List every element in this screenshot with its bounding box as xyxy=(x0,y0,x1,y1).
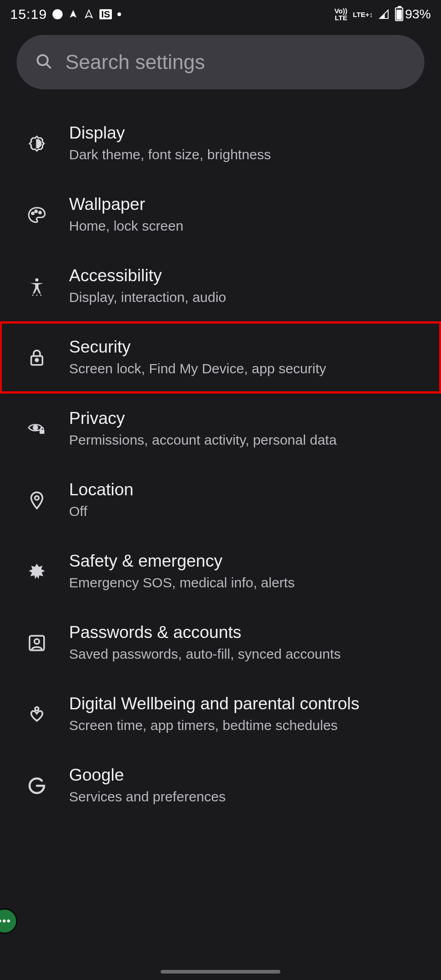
row-title: Digital Wellbeing and parental controls xyxy=(69,694,432,713)
row-subtitle: Display, interaction, audio xyxy=(69,288,432,306)
status-more-dot-icon xyxy=(117,12,121,16)
svg-point-4 xyxy=(39,211,41,214)
nav-handle[interactable] xyxy=(161,970,280,974)
battery-indicator: 93% xyxy=(395,7,431,22)
settings-row-wallpaper[interactable]: Wallpaper Home, lock screen xyxy=(0,179,441,250)
search-settings-input[interactable]: Search settings xyxy=(17,35,424,89)
row-title: Privacy xyxy=(69,409,432,428)
row-subtitle: Screen lock, Find My Device, app securit… xyxy=(69,360,432,377)
row-subtitle: Saved passwords, auto-fill, synced accou… xyxy=(69,645,432,663)
svg-point-13 xyxy=(35,496,39,500)
lte-plus-label: LTE+↕ xyxy=(353,11,372,18)
medical-star-icon xyxy=(25,560,49,584)
settings-row-location[interactable]: Location Off xyxy=(0,464,441,536)
settings-row-safety[interactable]: Safety & emergency Emergency SOS, medica… xyxy=(0,536,441,607)
svg-line-1 xyxy=(46,64,51,68)
settings-row-google[interactable]: Google Services and preferences xyxy=(0,750,441,821)
settings-row-security[interactable]: Security Screen lock, Find My Device, ap… xyxy=(0,322,441,393)
svg-point-3 xyxy=(35,210,37,212)
settings-row-accessibility[interactable]: Accessibility Display, interaction, audi… xyxy=(0,250,441,322)
settings-row-display[interactable]: Display Dark theme, font size, brightnes… xyxy=(0,108,441,179)
status-clock: 15:19 xyxy=(10,6,47,22)
row-title: Google xyxy=(69,765,432,785)
status-dot-icon xyxy=(52,9,63,19)
search-icon xyxy=(35,52,52,72)
ellipsis-icon: ••• xyxy=(0,915,12,927)
row-title: Accessibility xyxy=(69,266,432,285)
send-icon xyxy=(68,9,78,19)
svg-point-10 xyxy=(35,359,38,361)
battery-percent: 93% xyxy=(405,7,431,22)
row-title: Safety & emergency xyxy=(69,551,432,571)
row-subtitle: Off xyxy=(69,502,432,520)
lock-icon xyxy=(25,346,49,370)
send-outline-icon xyxy=(84,9,94,19)
search-placeholder: Search settings xyxy=(65,51,205,74)
location-pin-icon xyxy=(25,488,49,512)
svg-point-16 xyxy=(35,707,39,710)
svg-point-2 xyxy=(32,212,34,215)
signal-icon xyxy=(378,9,389,19)
row-subtitle: Permissions, account activity, personal … xyxy=(69,431,432,449)
svg-rect-12 xyxy=(40,429,45,434)
row-subtitle: Dark theme, font size, brightness xyxy=(69,145,432,163)
privacy-eye-icon xyxy=(25,417,49,441)
settings-row-passwords[interactable]: Passwords & accounts Saved passwords, au… xyxy=(0,607,441,678)
floating-chat-bubble[interactable]: ••• xyxy=(0,908,17,934)
row-subtitle: Home, lock screen xyxy=(69,217,432,235)
settings-list: Display Dark theme, font size, brightnes… xyxy=(0,103,441,821)
svg-point-5 xyxy=(35,278,39,281)
row-subtitle: Emergency SOS, medical info, alerts xyxy=(69,574,432,591)
settings-row-wellbeing[interactable]: Digital Wellbeing and parental controls … xyxy=(0,678,441,750)
svg-point-7 xyxy=(36,294,38,296)
is-badge: IS xyxy=(99,9,112,19)
volte-label: Vo)) LTE xyxy=(334,7,347,21)
row-subtitle: Screen time, app timers, bedtime schedul… xyxy=(69,716,432,734)
settings-row-privacy[interactable]: Privacy Permissions, account activity, p… xyxy=(0,393,441,464)
row-title: Location xyxy=(69,480,432,499)
svg-point-6 xyxy=(32,294,34,296)
row-subtitle: Services and preferences xyxy=(69,788,432,806)
svg-point-8 xyxy=(40,294,41,296)
palette-icon xyxy=(25,203,49,227)
row-title: Display xyxy=(69,123,432,143)
row-title: Wallpaper xyxy=(69,195,432,214)
wellbeing-icon xyxy=(25,702,49,726)
google-g-icon xyxy=(25,774,49,798)
account-box-icon xyxy=(25,631,49,655)
status-bar: 15:19 IS Vo)) LTE LTE+↕ 93% xyxy=(0,0,441,27)
brightness-icon xyxy=(25,132,49,156)
battery-icon xyxy=(395,7,403,21)
row-title: Security xyxy=(69,337,432,357)
svg-point-15 xyxy=(35,639,40,644)
row-title: Passwords & accounts xyxy=(69,623,432,642)
svg-point-11 xyxy=(34,425,38,429)
accessibility-icon xyxy=(25,274,49,298)
